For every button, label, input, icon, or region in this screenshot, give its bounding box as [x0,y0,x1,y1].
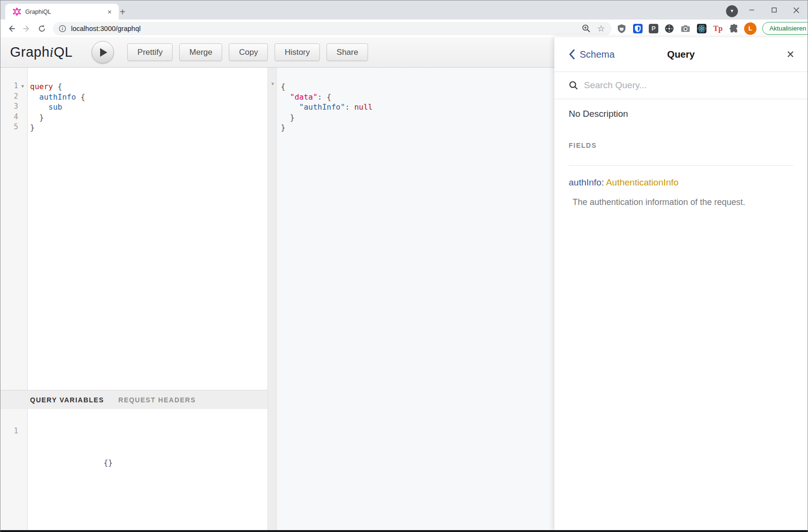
doc-explorer-panel: Schema Query × No Description FIELDS aut… [554,37,808,530]
field-type-link[interactable]: AuthenticationInfo [606,177,678,187]
fold-spacer [18,123,27,133]
variables-editor-gutter: 1 [0,409,28,530]
close-window-icon [793,7,799,13]
maximize-icon [771,7,777,13]
graphql-logo-icon [13,8,21,16]
query-editor-pane: 1▼2345 query { authInfo { sub }} QUERY V… [0,68,267,530]
react-devtools-extension-icon[interactable] [696,23,707,34]
code-line: authInfo { [30,92,267,102]
fold-spacer [18,102,27,113]
doc-search-box [554,72,808,99]
minimize-icon [749,7,755,13]
doc-explorer-title: Query [554,49,808,60]
ublock-extension-icon[interactable] [616,23,627,34]
line-number: 2 [0,92,18,102]
fold-spacer [18,113,27,123]
play-icon [100,48,107,57]
variables-editor-code: {} [28,409,267,530]
field-name-link[interactable]: authInfo [569,177,602,187]
graphiql-logo: GraphiQL [10,44,72,60]
back-button[interactable] [5,22,18,35]
execute-query-button[interactable] [92,41,114,63]
query-editor-code: query { authInfo { sub }} [28,68,267,390]
code-line: sub [30,102,267,113]
address-bar[interactable]: localhost:3000/graphql ☆ [53,22,612,35]
profile-avatar[interactable]: L [744,22,757,35]
url-text: localhost:3000/graphql [71,25,582,32]
pane-resize-divider[interactable]: ▼ [267,68,277,530]
fold-arrow-icon[interactable]: ▼ [18,82,27,92]
fields-section-header: FIELDS [569,142,793,149]
update-browser-button[interactable]: Aktualisieren ⋮ [762,22,808,35]
tab-close-icon[interactable]: × [105,8,114,16]
doc-explorer-header: Schema Query × [554,37,808,72]
gutter-row: 1 [0,427,27,437]
gutter-row: 5 [0,123,27,133]
browser-tab-graphiql[interactable]: GraphiQL × [5,4,119,20]
minimize-button[interactable] [740,0,763,20]
doc-search-input[interactable] [584,80,793,91]
code-line: } [281,123,554,133]
forward-button[interactable] [20,22,33,35]
graphiql-main: GraphiQL Prettify Merge Copy History Sha… [0,37,554,530]
prettify-button[interactable]: Prettify [127,43,173,61]
editor-area: 1▼2345 query { authInfo { sub }} QUERY V… [0,68,554,530]
query-editor[interactable]: 1▼2345 query { authInfo { sub }} [0,68,267,390]
line-number: 1 [0,82,18,92]
code-line: query { [30,82,267,92]
variables-editor[interactable]: 1 {} [0,409,267,530]
tp-extension-icon[interactable]: Tp [713,23,723,34]
field-item: authInfo: AuthenticationInfo [569,177,793,188]
tab-request-headers[interactable]: REQUEST HEADERS [118,396,196,404]
gutter-row: 4 [0,113,27,123]
new-tab-button[interactable]: + [116,6,129,19]
search-icon [569,81,578,90]
site-info-icon[interactable] [59,25,66,32]
type-description: No Description [569,109,793,119]
fold-arrow-icon[interactable]: ▼ [269,79,276,90]
address-bar-actions: ☆ [582,24,605,33]
camera-extension-icon[interactable] [680,23,691,34]
browser-window: GraphiQL × + ▼ [0,0,808,532]
doc-close-icon[interactable]: × [787,48,794,61]
code-line: { [281,82,554,92]
gutter-row: 2 [0,92,27,102]
graphiql-topbar: GraphiQL Prettify Merge Copy History Sha… [0,37,554,68]
p-extension-icon[interactable]: P [649,24,658,33]
variables-tab-bar: QUERY VARIABLES REQUEST HEADERS [0,390,267,409]
fold-spacer [18,92,27,102]
code-line: } [281,113,554,123]
crosshair-extension-icon[interactable] [664,23,675,34]
code-line: "authInfo": null [281,102,554,113]
gutter-row: 3 [0,102,27,113]
history-button[interactable]: History [275,43,320,61]
copy-button[interactable]: Copy [229,43,268,61]
field-description: The authentication information of the re… [569,197,793,207]
section-divider [569,165,793,166]
graphiql-app: GraphiQL Prettify Merge Copy History Sha… [0,37,808,530]
zoom-icon[interactable] [582,24,591,33]
update-button-label: Aktualisieren [769,25,806,32]
extensions-puzzle-icon[interactable] [729,23,739,34]
browser-toolbar: localhost:3000/graphql ☆ P [0,20,808,37]
line-number: 3 [0,102,18,113]
code-line: } [30,123,267,133]
media-control-button[interactable]: ▼ [726,5,738,17]
code-line: } [30,113,267,123]
bitwarden-extension-icon[interactable] [633,23,643,34]
code-line: {} [30,447,267,458]
line-number: 1 [0,427,18,437]
line-number: 5 [0,123,18,133]
tab-query-variables[interactable]: QUERY VARIABLES [30,396,104,404]
code-line: "data": { [281,92,554,102]
share-button[interactable]: Share [327,43,368,61]
reload-button[interactable] [36,22,48,35]
merge-button[interactable]: Merge [179,43,222,61]
bookmark-icon[interactable]: ☆ [597,24,605,33]
tab-title: GraphiQL [25,9,105,15]
maximize-button[interactable] [763,0,785,20]
tab-strip: GraphiQL × + ▼ [0,0,808,20]
extensions-row: P Tp [616,23,739,34]
result-viewer[interactable]: { "data": { "authInfo": null }} [277,68,554,530]
close-window-button[interactable] [785,0,808,20]
